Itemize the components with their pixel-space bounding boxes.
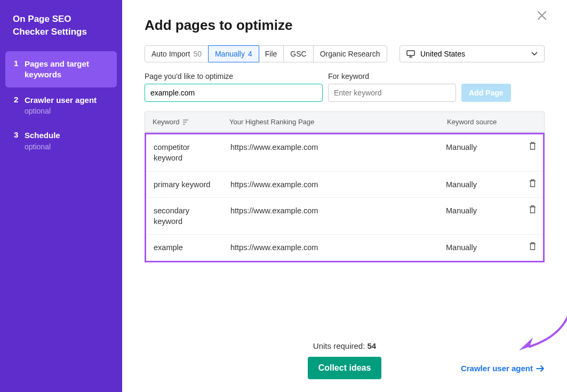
cell-keyword: example (146, 235, 225, 260)
trash-icon (529, 205, 536, 213)
table-header: Keyword Your Highest Ranking Page Keywor… (145, 112, 544, 132)
step-optional: optional (25, 107, 108, 115)
col-page-header: Your Highest Ranking Page (224, 112, 442, 132)
country-label: United States (420, 50, 465, 58)
tab-count: 50 (193, 50, 202, 58)
tab-label: Auto Import (151, 50, 190, 58)
tab-file[interactable]: File (259, 46, 284, 62)
svg-rect-0 (407, 51, 414, 55)
delete-row-button[interactable] (522, 172, 543, 197)
col-source-header: Keyword source (442, 112, 523, 132)
crawler-user-agent-link[interactable]: Crawler user agent (461, 364, 545, 373)
tab-count: 4 (248, 50, 252, 58)
main-panel: Add pages to optimize Auto Import 50 Man… (122, 0, 567, 392)
cell-source: Manually (441, 172, 522, 197)
cell-keyword: competitor keyword (146, 134, 225, 171)
tab-label: File (265, 50, 277, 58)
page-input[interactable] (145, 84, 323, 102)
sidebar-title: On Page SEO Checker Settings (0, 13, 122, 51)
sort-icon (183, 119, 189, 125)
tab-label: Manually (215, 50, 245, 58)
sidebar-step-3[interactable]: 3 Schedule optional (5, 123, 117, 158)
trash-icon (529, 179, 536, 187)
cell-source: Manually (441, 235, 522, 260)
sidebar-step-2[interactable]: 2 Crawler user agent optional (5, 87, 117, 123)
step-number: 2 (14, 95, 25, 115)
desktop-icon (406, 50, 415, 58)
step-optional: optional (25, 142, 108, 151)
delete-row-button[interactable] (522, 235, 543, 260)
tab-bar: Auto Import 50 Manually 4 File GSC Organ… (145, 45, 387, 62)
cell-page: https://www.example.com (225, 134, 441, 160)
table-row: primary keyword https://www.example.com … (146, 172, 543, 198)
tab-gsc[interactable]: GSC (284, 46, 313, 62)
tab-label: Organic Research (320, 50, 380, 58)
sidebar: On Page SEO Checker Settings 1 Pages and… (0, 0, 122, 392)
page-input-label: Page you'd like to optimize (145, 72, 323, 81)
trash-icon (529, 142, 536, 150)
keyword-input-label: For keyword (328, 72, 369, 81)
tab-auto-import[interactable]: Auto Import 50 (145, 46, 209, 62)
units-required-label: Units required: 54 (145, 341, 545, 350)
keyword-input[interactable] (328, 84, 456, 102)
tab-manually[interactable]: Manually 4 (208, 45, 259, 62)
col-keyword-header[interactable]: Keyword (145, 112, 224, 132)
trash-icon (529, 242, 536, 250)
cell-keyword: secondary keyword (146, 198, 225, 235)
table-body-highlight: competitor keyword https://www.example.c… (145, 133, 545, 262)
page-title: Add pages to optimize (145, 17, 545, 34)
chevron-down-icon (531, 52, 538, 56)
close-icon (536, 10, 548, 21)
table-row: competitor keyword https://www.example.c… (146, 134, 543, 172)
collect-ideas-button[interactable]: Collect ideas (308, 357, 382, 379)
cell-page: https://www.example.com (225, 198, 441, 223)
cell-source: Manually (441, 198, 522, 223)
country-select[interactable]: United States (400, 45, 545, 62)
keywords-table: Keyword Your Highest Ranking Page Keywor… (145, 111, 545, 133)
step-number: 3 (14, 130, 25, 150)
table-row: secondary keyword https://www.example.co… (146, 198, 543, 235)
delete-row-button[interactable] (522, 134, 543, 160)
cell-source: Manually (441, 134, 522, 160)
add-page-button[interactable]: Add Page (461, 84, 511, 102)
step-label: Pages and target keywords (25, 59, 108, 81)
sidebar-step-1[interactable]: 1 Pages and target keywords (5, 51, 117, 88)
tab-organic-research[interactable]: Organic Research (314, 46, 387, 62)
step-number: 1 (14, 59, 25, 81)
step-label: Schedule (25, 130, 108, 141)
arrow-right-icon (536, 365, 545, 372)
table-row: example https://www.example.com Manually (146, 235, 543, 260)
delete-row-button[interactable] (522, 198, 543, 223)
cell-keyword: primary keyword (146, 172, 225, 197)
cell-page: https://www.example.com (225, 172, 441, 197)
tab-label: GSC (290, 50, 306, 58)
close-button[interactable] (536, 10, 548, 21)
cell-page: https://www.example.com (225, 235, 441, 260)
step-label: Crawler user agent (25, 95, 108, 106)
